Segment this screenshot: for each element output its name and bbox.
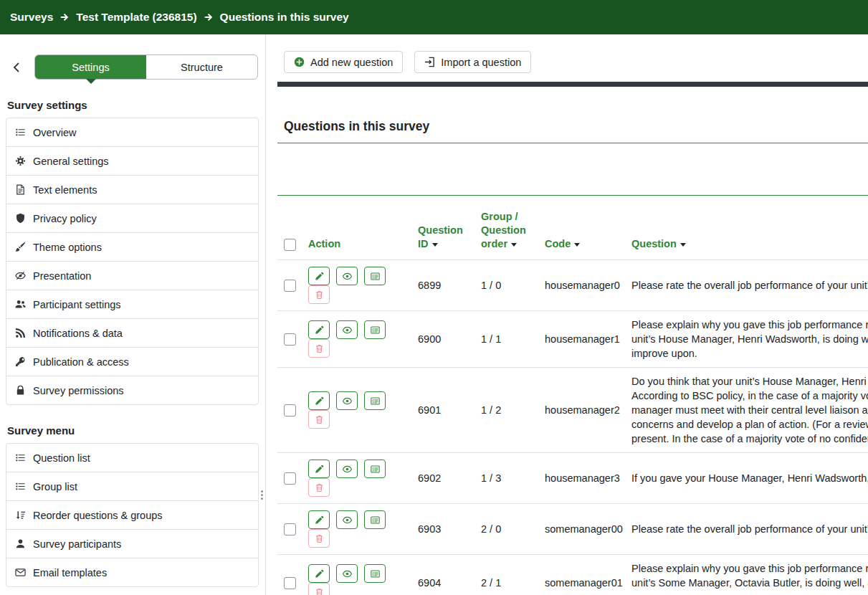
user-icon — [15, 538, 26, 549]
tab-structure[interactable]: Structure — [146, 55, 257, 79]
eye-icon — [343, 325, 352, 335]
preview-question-button[interactable] — [336, 320, 358, 339]
delete-question-button[interactable] — [308, 478, 330, 497]
column-header-question[interactable]: Question — [631, 196, 868, 260]
edit-question-button[interactable] — [308, 320, 330, 339]
row-checkbox[interactable] — [284, 523, 296, 536]
lock-icon — [15, 385, 26, 396]
question-id-cell: 6903 — [418, 504, 481, 555]
topbar: SurveysTest Template (236815)Questions i… — [0, 0, 868, 34]
select-all-checkbox[interactable] — [284, 239, 296, 251]
row-checkbox[interactable] — [284, 577, 296, 589]
survey-menu: Question list Group list Reorder questio… — [6, 443, 259, 587]
sidebar-item-survey-permissions[interactable]: Survey permissions — [6, 376, 259, 405]
delete-question-button[interactable] — [308, 529, 330, 548]
sidebar-item-question-list[interactable]: Question list — [6, 443, 259, 472]
sidebar-item-group-list[interactable]: Group list — [6, 472, 259, 501]
pencil-icon — [315, 465, 324, 474]
preview-question-button[interactable] — [336, 391, 358, 410]
trash-icon — [315, 415, 324, 424]
question-summary-button[interactable] — [364, 320, 386, 339]
pencil-icon — [315, 325, 324, 335]
preview-question-button[interactable] — [336, 510, 358, 529]
pencil-icon — [315, 396, 324, 406]
sidebar-resize-handle[interactable] — [259, 489, 264, 501]
edit-question-button[interactable] — [308, 510, 330, 529]
questions-table-body: 6899 1 / 0 housemanager0 Please rate the… — [277, 260, 868, 595]
add-new-question-label: Add new question — [310, 57, 393, 68]
sidebar-item-participant-settings[interactable]: Participant settings — [6, 290, 259, 319]
sidebar-item-publication-access[interactable]: Publication & access — [6, 347, 259, 376]
sort-caret-icon — [432, 243, 438, 247]
delete-question-button[interactable] — [308, 285, 330, 304]
question-summary-button[interactable] — [364, 460, 386, 478]
question-text-cell: If you gave your House Manager, Henri Wa… — [631, 453, 868, 504]
card-list-icon — [371, 515, 380, 525]
question-summary-button[interactable] — [364, 391, 386, 410]
sidebar-item-theme-options[interactable]: Theme options — [6, 232, 259, 262]
list-icon — [15, 452, 26, 463]
collapse-sidebar-button[interactable] — [9, 60, 24, 75]
preview-question-button[interactable] — [336, 267, 358, 285]
trash-icon — [315, 483, 324, 492]
sidebar-item-survey-participants[interactable]: Survey participants — [6, 529, 259, 558]
question-text-line: Please rate the overall job performance … — [631, 278, 868, 292]
breadcrumb-item[interactable]: Surveys — [10, 11, 53, 24]
sidebar-item-email-templates[interactable]: Email templates — [6, 558, 259, 587]
edit-question-button[interactable] — [308, 564, 330, 583]
delete-question-button[interactable] — [308, 410, 330, 429]
column-header-group-order[interactable]: Group / Question order — [481, 196, 545, 260]
plus-circle-icon — [294, 57, 305, 67]
breadcrumb-item[interactable]: Questions in this survey — [220, 11, 349, 24]
import-question-button[interactable]: Import a question — [414, 51, 531, 73]
sidebar-item-presentation[interactable]: Presentation — [6, 261, 259, 290]
list-icon — [15, 127, 26, 138]
table-row: 6903 2 / 0 somemanager00 Please rate the… — [277, 504, 868, 555]
breadcrumb-item[interactable]: Test Template (236815) — [76, 11, 196, 24]
question-order-cell: 1 / 2 — [481, 368, 545, 453]
column-header-code[interactable]: Code — [545, 196, 631, 260]
add-new-question-button[interactable]: Add new question — [284, 51, 403, 73]
question-summary-button[interactable] — [364, 510, 386, 529]
sidebar-item-privacy-policy[interactable]: Privacy policy — [6, 204, 259, 233]
row-checkbox[interactable] — [284, 280, 296, 292]
column-header-action: Action — [308, 196, 418, 260]
sidebar-item-overview[interactable]: Overview — [6, 118, 259, 147]
question-order-cell: 1 / 0 — [481, 260, 545, 311]
question-summary-button[interactable] — [364, 267, 386, 285]
trash-icon — [315, 290, 324, 300]
question-code-cell: housemanager2 — [545, 368, 631, 453]
question-code-cell: housemanager0 — [545, 260, 631, 311]
sidebar-item-notifications-data[interactable]: Notifications & data — [6, 318, 259, 348]
table-row: 6899 1 / 0 housemanager0 Please rate the… — [277, 260, 868, 311]
edit-question-button[interactable] — [308, 460, 330, 478]
preview-question-button[interactable] — [336, 564, 358, 583]
sidebar-item-general-settings[interactable]: General settings — [6, 146, 259, 176]
sidebar-item-reorder-questions-groups[interactable]: Reorder questions & groups — [6, 500, 259, 530]
edit-question-button[interactable] — [308, 267, 330, 285]
delete-question-button[interactable] — [308, 583, 330, 595]
row-checkbox[interactable] — [284, 333, 296, 346]
eye-slash-icon — [15, 270, 26, 281]
question-text-line: unit’s Some Manager, Octavia Butler, is … — [631, 576, 868, 590]
row-checkbox[interactable] — [284, 472, 296, 485]
tab-settings[interactable]: Settings — [35, 55, 146, 79]
row-checkbox[interactable] — [284, 404, 296, 416]
gears-icon — [15, 156, 26, 166]
question-order-cell: 1 / 1 — [481, 311, 545, 368]
eye-icon — [343, 272, 352, 281]
question-summary-button[interactable] — [364, 564, 386, 583]
edit-question-button[interactable] — [308, 391, 330, 410]
delete-question-button[interactable] — [308, 339, 330, 358]
sidebar-item-text-elements[interactable]: Text elements — [6, 175, 259, 204]
main-content: Add new question Import a question Quest… — [266, 34, 868, 595]
shield-icon — [15, 213, 26, 224]
question-text-line: Please rate the overall job performance … — [631, 522, 868, 536]
question-text-cell: Please rate the overall job performance … — [631, 504, 868, 555]
preview-question-button[interactable] — [336, 460, 358, 478]
question-text-line: concerns and develop a plan of action. (… — [631, 417, 868, 432]
question-id-cell: 6899 — [418, 260, 481, 311]
column-header-question-id[interactable]: Question ID — [418, 196, 481, 260]
question-text-line: present. In the case of a majority vote … — [631, 432, 868, 446]
key-icon — [15, 356, 26, 367]
